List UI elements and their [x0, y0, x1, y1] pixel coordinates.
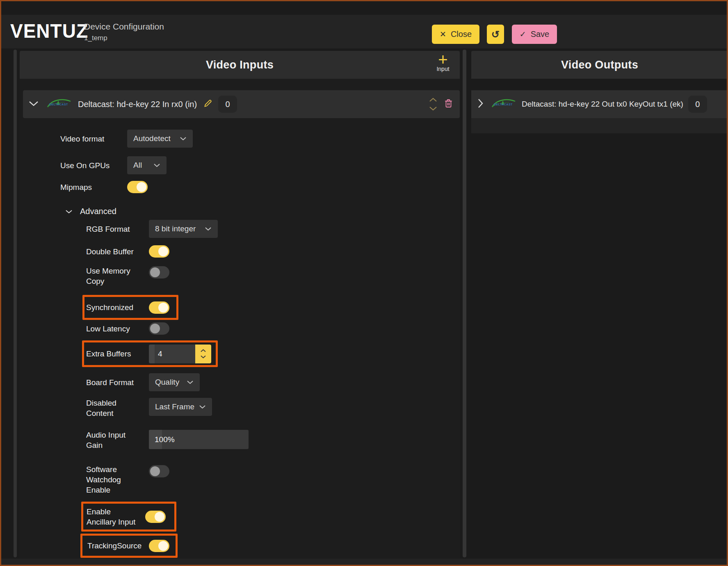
add-input-button[interactable]: + Input — [430, 52, 456, 72]
chevron-down-icon — [187, 380, 194, 384]
output-device-row[interactable]: DELTACAST Deltacast: hd-e-key 22 Out tx0… — [471, 90, 728, 118]
advanced-label: Advanced — [80, 206, 116, 217]
synchronized-label: Synchronized — [86, 302, 149, 313]
trash-icon — [444, 98, 453, 109]
rgb-format-value: 8 bit integer — [155, 224, 196, 233]
rgb-format-select[interactable]: 8 bit integer — [149, 220, 218, 238]
mipmaps-toggle[interactable] — [127, 181, 148, 193]
move-up-icon — [429, 98, 437, 102]
tracking-source-toggle[interactable] — [149, 540, 169, 552]
software-watchdog-toggle[interactable] — [149, 465, 169, 477]
extra-buffers-input[interactable]: 4 — [149, 345, 211, 363]
video-outputs-panel: Video Outputs DELTACAST Deltacast: hd-e-… — [471, 51, 728, 560]
field-accent-strip — [149, 345, 155, 363]
device-configuration-window: VENTUZ Device Configuration 1_temp ✕ Clo… — [0, 0, 728, 566]
move-down-icon — [429, 106, 437, 111]
video-outputs-header: Video Outputs — [471, 51, 728, 79]
close-icon: ✕ — [440, 30, 446, 39]
toggle-knob — [155, 512, 164, 522]
video-format-value: Autodetect — [133, 134, 171, 143]
check-icon: ✓ — [520, 30, 526, 39]
close-button[interactable]: ✕ Close — [432, 25, 479, 44]
bottom-bar — [1, 559, 727, 565]
spin-up-icon — [200, 349, 206, 352]
save-button[interactable]: ✓ Save — [512, 25, 557, 44]
software-watchdog-label: Software Watchdog Enable — [86, 464, 127, 495]
disabled-content-select[interactable]: Last Frame — [149, 398, 212, 416]
disabled-content-value: Last Frame — [155, 402, 194, 411]
input-device-row[interactable]: DELTACAST Deltacast: hd-e-key 22 In rx0 … — [23, 90, 460, 118]
page-subtitle: 1_temp — [84, 34, 107, 42]
use-memory-copy-row: Use Memory Copy — [86, 266, 169, 286]
low-latency-label: Low Latency — [86, 324, 149, 334]
enable-ancillary-highlight-box: Enable Ancillary Input — [81, 502, 176, 532]
video-outputs-title: Video Outputs — [561, 59, 638, 71]
synchronized-toggle[interactable] — [149, 301, 169, 314]
rgb-format-row: RGB Format 8 bit integer — [86, 220, 218, 238]
toggle-knob — [158, 303, 168, 313]
audio-input-gain-field[interactable]: 100% — [149, 430, 249, 449]
extra-buffers-spinner[interactable] — [195, 345, 211, 363]
video-format-row: Video format Autodetect — [60, 130, 193, 148]
output-count-badge: 0 — [688, 96, 707, 113]
chevron-down-icon — [65, 210, 73, 214]
toggle-knob — [158, 246, 168, 256]
toggle-knob — [137, 182, 146, 192]
audio-input-gain-row: Audio Input Gain 100% — [86, 430, 249, 450]
chevron-down-icon — [205, 227, 212, 231]
board-format-value: Quality — [155, 378, 179, 387]
board-format-label: Board Format — [86, 377, 149, 388]
left-scrollbar[interactable] — [14, 50, 17, 557]
undo-arrow-icon: ↺ — [491, 29, 500, 40]
extra-buffers-highlight-box: Extra Buffers 4 — [82, 340, 218, 367]
toggle-knob — [150, 267, 160, 277]
board-format-row: Board Format Quality — [86, 373, 200, 391]
output-row-extension — [471, 118, 728, 133]
expand-chevron-icon[interactable] — [478, 98, 483, 110]
audio-input-gain-label: Audio Input Gain — [86, 430, 131, 450]
toggle-knob — [150, 324, 160, 333]
enable-ancillary-label: Enable Ancillary Input — [87, 507, 137, 527]
input-device-name: Deltacast: hd-e-key 22 In rx0 (in) — [78, 100, 197, 109]
save-button-label: Save — [531, 30, 550, 39]
mipmaps-row: Mipmaps — [60, 181, 148, 193]
disabled-content-label: Disabled Content — [86, 398, 131, 418]
chevron-down-icon — [153, 163, 160, 167]
revert-button[interactable]: ↺ — [487, 25, 504, 44]
tracking-source-highlight-box: TrackingSource — [80, 534, 178, 558]
double-buffer-toggle[interactable] — [149, 245, 169, 258]
enable-ancillary-toggle[interactable] — [145, 511, 166, 523]
use-on-gpus-select[interactable]: All — [127, 156, 167, 174]
reorder-arrows[interactable] — [429, 98, 437, 111]
use-memory-copy-toggle[interactable] — [149, 266, 169, 278]
spin-down-icon — [200, 355, 206, 358]
synchronized-highlight-box: Synchronized — [82, 295, 178, 320]
deltacast-logo: DELTACAST — [47, 97, 72, 111]
double-buffer-label: Double Buffer — [86, 246, 149, 257]
advanced-section-toggle[interactable]: Advanced — [65, 206, 116, 217]
chevron-down-icon — [199, 405, 206, 409]
video-format-select[interactable]: Autodetect — [127, 130, 193, 148]
extra-buffers-label: Extra Buffers — [86, 349, 149, 359]
toggle-knob — [150, 466, 160, 476]
board-format-select[interactable]: Quality — [149, 373, 200, 391]
collapse-chevron-icon[interactable] — [29, 100, 39, 108]
low-latency-toggle[interactable] — [149, 322, 169, 335]
disabled-content-row: Disabled Content Last Frame — [86, 398, 212, 418]
svg-text:DELTACAST: DELTACAST — [494, 103, 513, 106]
rename-pencil-icon[interactable] — [203, 99, 212, 110]
use-memory-copy-label: Use Memory Copy — [86, 266, 131, 286]
inputs-panel-scrollbar[interactable] — [463, 50, 466, 557]
software-watchdog-row: Software Watchdog Enable — [86, 464, 169, 495]
page-title: Device Configuration — [84, 22, 164, 32]
delete-input-button[interactable] — [444, 98, 453, 110]
use-on-gpus-row: Use On GPUs All — [60, 156, 167, 174]
audio-input-gain-value: 100% — [155, 435, 175, 444]
deltacast-logo: DELTACAST — [491, 97, 517, 111]
chevron-down-icon — [180, 137, 187, 141]
add-input-label: Input — [430, 66, 456, 72]
input-count-badge: 0 — [218, 96, 237, 113]
video-inputs-title: Video Inputs — [206, 59, 274, 71]
video-inputs-header: Video Inputs + Input — [20, 51, 460, 79]
app-header: VENTUZ Device Configuration 1_temp ✕ Clo… — [1, 15, 727, 48]
